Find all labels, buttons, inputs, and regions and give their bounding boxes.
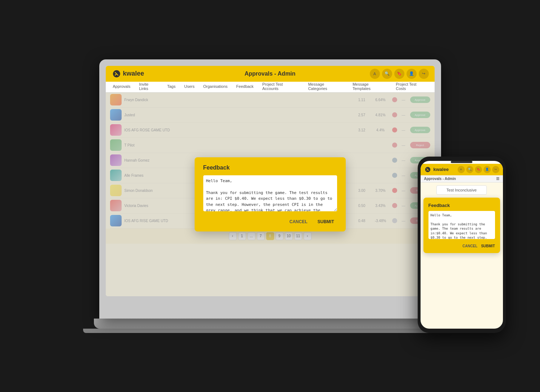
phone-subheader: Approvals - Admin ☰: [421, 175, 503, 183]
phone-logo-text: kwalee: [434, 167, 449, 172]
nav-feedback[interactable]: Feedback: [232, 82, 258, 92]
header-icon-a[interactable]: A: [370, 69, 380, 79]
phone-modal-actions: CANCEL SUBMIT: [428, 244, 495, 248]
modal-title: Feedback: [203, 165, 337, 171]
laptop: kwalee Approvals - Admin A 🔍 🔖 👤 ↪ Appro…: [99, 59, 441, 319]
laptop-base: [94, 319, 446, 329]
phone-menu-icon[interactable]: ☰: [496, 177, 499, 181]
phone-header-icons: A 🔍 🔖 👤 ↪: [458, 166, 499, 173]
nav-project-test-accounts[interactable]: Project Test Accounts: [258, 82, 304, 92]
laptop-screen: kwalee Approvals - Admin A 🔍 🔖 👤 ↪ Appro…: [106, 66, 435, 296]
nav-organisations[interactable]: Organisations: [199, 82, 232, 92]
nav-message-categories[interactable]: Message Categories: [304, 82, 348, 92]
nav-approvals[interactable]: Approvals: [109, 82, 135, 92]
phone-screen: kwalee A 🔍 🔖 👤 ↪ Approvals - Admin ☰: [421, 161, 503, 329]
header-icon-search[interactable]: 🔍: [382, 69, 392, 79]
phone-icon-search[interactable]: 🔍: [466, 166, 473, 173]
app-title: Approvals - Admin: [245, 71, 296, 77]
phone-modal-title: Feedback: [428, 203, 495, 208]
modal-submit-button[interactable]: SUBMIT: [315, 218, 337, 226]
nav-tags[interactable]: Tags: [163, 82, 180, 92]
phone-feedback-modal: Feedback Hello Team, Thank you for submi…: [423, 198, 500, 253]
nav-project-test-costs[interactable]: Project Test Costs: [391, 82, 431, 92]
app-content: Frwyn Dandick 1.11 6.64% — Approve Juste…: [106, 93, 435, 296]
modal-textarea[interactable]: Hello Team, Thank you for submitting the…: [203, 175, 337, 211]
app-logo: kwalee: [112, 69, 144, 79]
phone-modal-textarea[interactable]: Hello Team, Thank you for submitting the…: [428, 211, 495, 239]
laptop-base-bottom: [83, 329, 457, 333]
phone-subheader-title: Approvals - Admin: [424, 177, 456, 181]
header-icon-logout[interactable]: ↪: [419, 69, 429, 79]
test-inconclusive-button[interactable]: Test Inconclusive: [436, 185, 487, 195]
phone-header: kwalee A 🔍 🔖 👤 ↪: [421, 164, 503, 175]
feedback-modal: Feedback Hello Team, Thank you for submi…: [195, 157, 346, 231]
kwalee-logo-icon: [112, 69, 122, 79]
modal-overlay: Feedback Hello Team, Thank you for submi…: [106, 93, 435, 296]
phone-logo-icon: [424, 166, 431, 173]
logo-text: kwalee: [123, 70, 144, 77]
phone-icon-a[interactable]: A: [458, 166, 465, 173]
phone-content: Test Inconclusive Feedback Hello Team, T…: [421, 183, 503, 329]
nav-invite-links[interactable]: Invite Links: [135, 82, 163, 92]
phone-icon-bookmark[interactable]: 🔖: [475, 166, 482, 173]
modal-cancel-button[interactable]: CANCEL: [287, 218, 310, 226]
scene-wrapper: kwalee Approvals - Admin A 🔍 🔖 👤 ↪ Appro…: [99, 59, 441, 333]
phone-device: kwalee A 🔍 🔖 👤 ↪ Approvals - Admin ☰: [418, 157, 506, 333]
phone-modal-submit-button[interactable]: SUBMIT: [481, 244, 495, 248]
phone-modal-cancel-button[interactable]: CANCEL: [462, 244, 477, 248]
app-header: kwalee Approvals - Admin A 🔍 🔖 👤 ↪: [106, 66, 435, 82]
nav-users[interactable]: Users: [180, 82, 199, 92]
header-icon-bookmark[interactable]: 🔖: [394, 69, 404, 79]
phone-icon-user[interactable]: 👤: [484, 166, 491, 173]
phone-notch: [451, 161, 472, 163]
modal-actions: CANCEL SUBMIT: [203, 218, 337, 226]
header-icon-user[interactable]: 👤: [407, 69, 417, 79]
phone-icon-logout[interactable]: ↪: [492, 166, 499, 173]
header-icons: A 🔍 🔖 👤 ↪: [370, 69, 429, 79]
app-nav: Approvals Invite Links Tags Users Organi…: [106, 82, 435, 93]
nav-message-templates[interactable]: Message Templates: [348, 82, 391, 92]
